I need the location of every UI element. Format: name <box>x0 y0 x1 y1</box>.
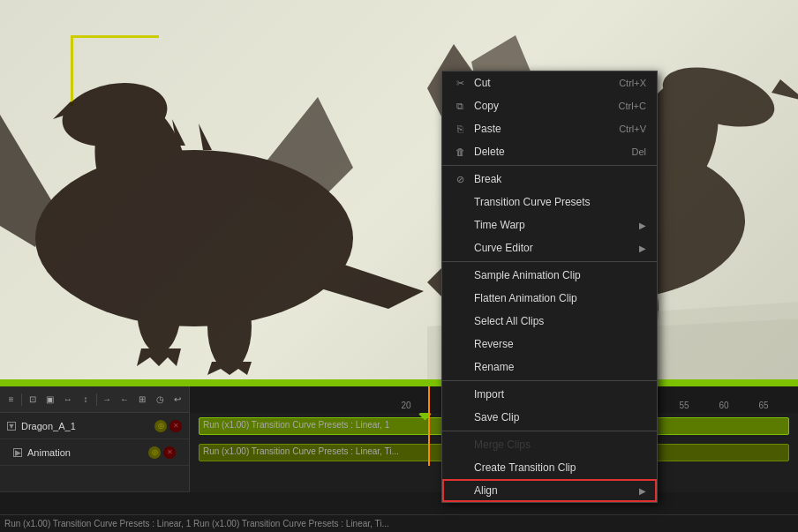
toolbar-separator-2 <box>96 393 97 406</box>
ctc-icon <box>453 461 467 475</box>
copy-label: Copy <box>474 100 619 112</box>
toolbar-forward-icon[interactable]: → <box>99 392 114 408</box>
ruler-mark-55: 55 <box>679 401 689 410</box>
track-row-empty <box>0 466 189 492</box>
track-expand-btn[interactable]: ▼ <box>7 422 16 431</box>
delete-shortcut: Del <box>631 146 646 157</box>
copy-shortcut: Ctrl+C <box>619 101 646 111</box>
rename-icon <box>453 360 467 374</box>
toolbar-time-icon[interactable]: ◷ <box>153 392 168 408</box>
svg-marker-18 <box>772 79 798 101</box>
merge-clips-icon <box>453 438 467 452</box>
tcp-icon <box>453 195 467 209</box>
track-sub-name: Animation <box>27 447 71 458</box>
paste-icon: ⎘ <box>453 122 467 136</box>
reverse-icon <box>453 337 467 351</box>
toolbar-lock-icon[interactable]: ▣ <box>42 392 57 408</box>
import-icon <box>453 387 467 401</box>
sac-icon <box>453 268 467 282</box>
curve-editor-arrow: ▶ <box>639 244 646 253</box>
menu-item-transition-curve-presets[interactable]: Transition Curve Presets <box>442 191 657 214</box>
break-label: Break <box>474 173 646 185</box>
menu-item-sample-animation-clip[interactable]: Sample Animation Clip <box>442 264 657 287</box>
cut-icon: ✂ <box>453 76 467 90</box>
menu-item-align[interactable]: Align ▶ <box>442 479 657 502</box>
dragon-left <box>0 44 441 379</box>
menu-item-reverse[interactable]: Reverse <box>442 333 657 356</box>
toolbar-undo-icon[interactable]: ↩ <box>170 392 185 408</box>
curve-editor-label: Curve Editor <box>474 242 635 254</box>
align-arrow: ▶ <box>639 486 646 496</box>
reverse-label: Reverse <box>474 338 646 350</box>
toolbar-add-icon[interactable]: ⊞ <box>135 392 150 408</box>
toolbar-fit-icon[interactable]: ⊡ <box>25 392 40 408</box>
paste-label: Paste <box>474 123 619 135</box>
track-delete-btn[interactable]: ✕ <box>169 420 182 432</box>
menu-item-paste[interactable]: ⎘ Paste Ctrl+V <box>442 117 657 140</box>
separator-1 <box>442 165 657 166</box>
ctc-label: Create Transition Clip <box>474 461 646 474</box>
separator-3 <box>442 380 657 381</box>
cut-label: Cut <box>474 77 619 89</box>
svg-marker-6 <box>300 256 424 309</box>
menu-item-delete[interactable]: 🗑 Delete Del <box>442 140 657 163</box>
cut-shortcut: Ctrl+X <box>619 78 646 88</box>
time-warp-arrow: ▶ <box>639 221 646 230</box>
toolbar-expand-h-icon[interactable]: ↔ <box>60 392 75 408</box>
toolbar-expand-v-icon[interactable]: ↕ <box>78 392 93 408</box>
timeline-tracks: ▼ Dragon_A_1 ◎ ✕ ▶ Animation ◎ ✕ Run (x1… <box>0 413 798 492</box>
fac-label: Flatten Animation Clip <box>474 292 646 304</box>
menu-item-create-transition-clip[interactable]: Create Transition Clip <box>442 456 657 479</box>
viewport <box>0 0 798 379</box>
tcp-label: Transition Curve Presets <box>474 196 646 208</box>
menu-item-break[interactable]: ⊘ Break <box>442 168 657 191</box>
toolbar-separator-1 <box>21 393 22 406</box>
paste-shortcut: Ctrl+V <box>619 124 646 134</box>
track-icons: ◎ ✕ <box>154 420 182 432</box>
separator-4 <box>442 431 657 431</box>
menu-item-merge-clips: Merge Clips <box>442 433 657 456</box>
menu-item-copy[interactable]: ⧉ Copy Ctrl+C <box>442 94 657 117</box>
context-menu: ✂ Cut Ctrl+X ⧉ Copy Ctrl+C ⎘ Paste Ctrl+… <box>441 71 658 503</box>
menu-item-select-all-clips[interactable]: Select All Clips <box>442 310 657 333</box>
curve-editor-icon <box>453 241 467 255</box>
ruler-mark-20: 20 <box>401 401 410 410</box>
track-sub-expand-btn[interactable]: ▶ <box>13 448 22 457</box>
toolbar-back-icon[interactable]: ← <box>117 392 132 408</box>
rename-label: Rename <box>474 361 646 373</box>
delete-icon: 🗑 <box>453 145 467 159</box>
menu-item-flatten-animation-clip[interactable]: Flatten Animation Clip <box>442 287 657 310</box>
status-bar: Run (x1.00) Transition Curve Presets : L… <box>0 514 798 532</box>
track-sub-visibility-btn[interactable]: ◎ <box>148 446 161 459</box>
menu-item-save-clip[interactable]: Save Clip <box>442 406 657 429</box>
sac2-icon <box>453 314 467 328</box>
timeline-bar <box>0 379 798 386</box>
playhead-line <box>428 386 430 466</box>
track-row-sub: ▶ Animation ◎ ✕ <box>0 439 189 466</box>
time-warp-icon <box>453 218 467 232</box>
track-visibility-btn[interactable]: ◎ <box>154 420 167 432</box>
sac-label: Sample Animation Clip <box>474 269 646 281</box>
timeline-toolbar: ≡ ⊡ ▣ ↔ ↕ → ← ⊞ ◷ ↩ <box>0 386 190 413</box>
track-sub-icons: ◎ ✕ <box>148 446 176 459</box>
sac2-label: Select All Clips <box>474 315 646 327</box>
svg-point-7 <box>137 265 181 353</box>
svg-point-8 <box>207 282 252 371</box>
menu-item-import[interactable]: Import <box>442 383 657 406</box>
track-sub-delete-btn[interactable]: ✕ <box>163 446 176 459</box>
menu-item-curve-editor[interactable]: Curve Editor ▶ <box>442 236 657 259</box>
align-icon <box>453 483 467 498</box>
copy-icon: ⧉ <box>453 99 467 113</box>
ruler-mark-60: 60 <box>719 401 728 410</box>
menu-item-cut[interactable]: ✂ Cut Ctrl+X <box>442 71 657 94</box>
save-clip-icon <box>453 410 467 424</box>
merge-clips-label: Merge Clips <box>474 438 646 451</box>
track-row-main: ▼ Dragon_A_1 ◎ ✕ <box>0 413 189 439</box>
toolbar-menu-icon[interactable]: ≡ <box>4 392 19 408</box>
menu-item-rename[interactable]: Rename <box>442 356 657 378</box>
break-icon: ⊘ <box>453 172 467 186</box>
import-label: Import <box>474 388 646 401</box>
menu-item-time-warp[interactable]: Time Warp ▶ <box>442 214 657 236</box>
align-label: Align <box>474 484 635 497</box>
svg-marker-14 <box>199 124 212 150</box>
